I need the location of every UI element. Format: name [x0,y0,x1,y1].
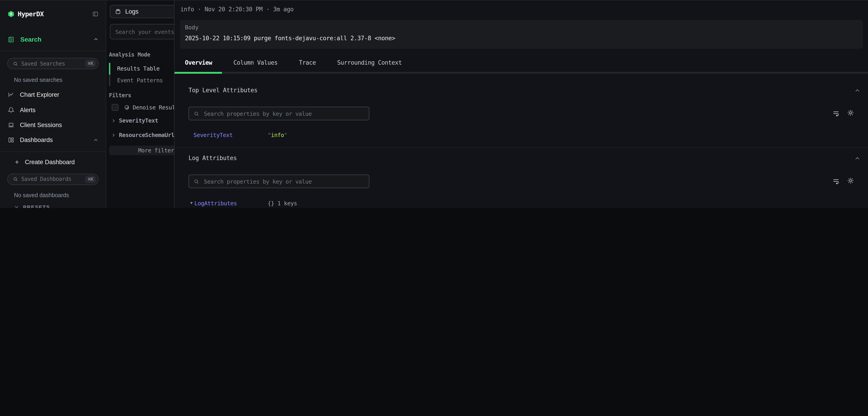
search-icon [193,111,199,116]
attribute-key: LogAttributes [194,200,268,207]
dashboards-icon [8,137,14,144]
chevron-right-icon [111,118,116,123]
body-card: Body 2025-10-22 10:15:09 purge fonts-dej… [180,20,863,49]
source-select-value: Logs [125,8,138,15]
logo-row: HyperDX [8,7,98,21]
bell-icon [8,107,14,113]
mode-results-table[interactable]: Results Table [109,63,160,75]
sidebar-item-chart-explorer[interactable]: Chart Explorer [0,87,106,102]
body-label: Body [185,24,198,31]
tab-overview[interactable]: Overview [185,57,212,69]
app-title: HyperDX [18,10,92,18]
sidebar-collapse-icon[interactable] [92,11,98,17]
analysis-mode-label: Analysis Mode [109,52,150,58]
body-content: 2025-10-22 10:15:09 purge fonts-dejavu-c… [185,35,395,41]
sidebar: HyperDX Search Saved Searches ⌘K No save… [0,0,106,208]
saved-dashboards-placeholder: Saved Dashboards [21,176,85,182]
hyperdx-logo-icon[interactable] [8,10,14,18]
saved-searches-placeholder: Saved Searches [21,60,85,67]
tabs-divider [175,72,868,74]
chart-icon [8,91,14,98]
log-attributes-search-box[interactable] [188,175,369,188]
log-attributes-title: Log Attributes [188,155,237,161]
tab-surrounding-context[interactable]: Surrounding Context [337,57,402,69]
search-icon [193,178,199,184]
event-header: info·Nov 20 2:20:30 PM·3m ago [180,6,293,13]
top-level-search-input[interactable] [203,110,364,117]
wrap-lines-icon[interactable] [832,110,840,118]
denoise-results-row: Denoise Results [112,104,182,111]
plus-icon [14,159,20,165]
search-icon [13,61,18,66]
denoise-checkbox[interactable] [112,104,118,111]
search-section-label: Search [20,36,93,43]
collapse-section-icon[interactable] [855,155,860,161]
log-attributes-search-input[interactable] [203,177,364,185]
sidebar-item-alerts[interactable]: Alerts [0,102,106,118]
section-divider [175,147,868,148]
no-saved-searches-note: No saved searches [14,77,106,83]
active-indicator [109,63,110,75]
sidebar-nav: Chart Explorer Alerts Client Sessions Da… [0,87,106,148]
divider [0,51,106,51]
chevron-down-icon [14,204,19,208]
collapse-section-icon[interactable] [855,88,860,94]
tree-expand-icon[interactable]: ▾ [190,200,193,205]
presets-toggle[interactable]: PRESETS [14,204,106,208]
attribute-meta: {} 1 keys [268,200,297,207]
attribute-row-severitytext[interactable]: SeverityText "info" [193,131,287,138]
denoise-icon [124,105,129,110]
shortcut-badge: ⌘K [85,175,96,183]
shortcut-badge: ⌘K [85,60,96,67]
search-feed-icon [8,36,14,43]
chevron-right-icon [111,133,116,137]
gear-icon[interactable] [846,176,855,185]
event-timestamp: Nov 20 2:20:30 PM [205,6,262,13]
filters-label: Filters [109,92,131,98]
search-icon [13,176,18,182]
wrap-lines-icon[interactable] [832,178,840,185]
chevron-up-icon[interactable] [93,37,98,42]
attribute-key: SeverityText [193,131,268,138]
tab-trace[interactable]: Trace [299,57,316,69]
gear-icon[interactable] [846,109,855,117]
filter-group-severitytext[interactable]: SeverityText [111,117,158,124]
severity-text: info [180,6,194,13]
saved-searches-input[interactable]: Saved Searches ⌘K [7,58,98,69]
detail-tabs: Overview Column Values Trace Surrounding… [185,57,402,69]
mode-event-patterns[interactable]: Event Patterns [109,75,163,86]
inactive-indicator [109,75,110,86]
laptop-icon [8,122,14,128]
sidebar-item-dashboards[interactable]: Dashboards [0,132,106,148]
attribute-row-logattributes[interactable]: LogAttributes {} 1 keys [194,200,297,207]
attribute-value: "info" [268,131,287,138]
app-root: HyperDX Search Saved Searches ⌘K No save… [0,0,868,208]
tab-column-values[interactable]: Column Values [233,57,278,69]
event-detail-drawer: info·Nov 20 2:20:30 PM·3m ago Body 2025-… [174,0,868,208]
logs-source-icon [115,8,121,15]
filter-group-resourceschemaurl[interactable]: ResourceSchemaUrl [111,131,175,138]
top-level-attributes-title: Top Level Attributes [188,87,257,94]
sidebar-section-search[interactable]: Search [8,33,98,46]
create-dashboard-button[interactable]: Create Dashboard [14,155,98,169]
no-saved-dashboards-note: No saved dashboards [14,192,106,198]
chevron-up-icon[interactable] [93,138,98,143]
active-tab-indicator [175,72,222,74]
top-level-search-box[interactable] [188,107,369,120]
dashboards-block: Create Dashboard Saved Dashboards ⌘K No … [0,151,106,208]
saved-dashboards-input[interactable]: Saved Dashboards ⌘K [7,173,98,185]
sidebar-item-client-sessions[interactable]: Client Sessions [0,118,106,133]
event-age: 3m ago [273,6,293,13]
